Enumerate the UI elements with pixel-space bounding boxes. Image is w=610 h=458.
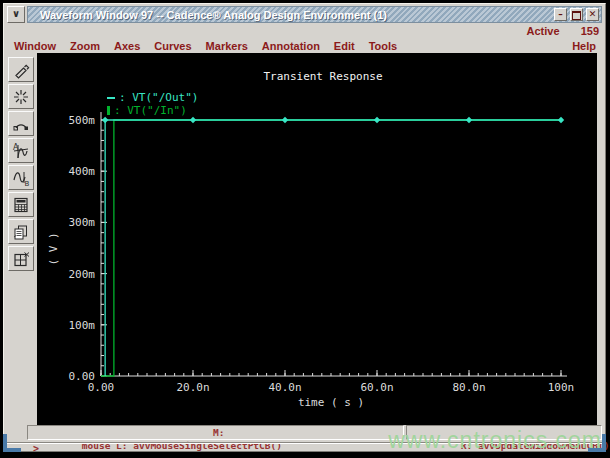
pen-tool-button[interactable] [8, 57, 34, 82]
pen-icon [12, 61, 30, 79]
redraw-tool-button[interactable] [8, 84, 34, 109]
active-label: Active [527, 25, 560, 37]
menu-edit[interactable]: Edit [327, 40, 362, 52]
maximize-icon [572, 11, 581, 20]
menu-markers[interactable]: Markers [199, 40, 255, 52]
legend-entry-out[interactable]: : VT("/Out") [107, 91, 198, 104]
y-tick-label: 500m [69, 114, 96, 127]
active-count: 159 [581, 25, 599, 37]
y-tick-label: 100m [69, 319, 96, 332]
trace-marker [282, 117, 288, 123]
out-trace-marker-swatch [107, 97, 115, 99]
x-tick-label: 80.0n [452, 381, 485, 394]
watermark-text: www.cntronics.com [388, 427, 602, 454]
menu-axes[interactable]: Axes [107, 40, 147, 52]
screenshot-root: ∨ Waveform Window 97 -- Cadence® Analog … [0, 0, 610, 458]
trace-legend: : VT("/Out") : VT("/In") [107, 91, 198, 117]
arc-handles-icon [12, 115, 30, 133]
menu-annotation[interactable]: Annotation [255, 40, 327, 52]
waveform-b-tool-button[interactable]: B [8, 165, 34, 190]
marker-arc-tool-button[interactable] [8, 111, 34, 136]
chart-title: Transient Response [263, 70, 382, 83]
waveform-a-icon: A [12, 142, 30, 160]
y-tick-label: 200m [69, 268, 96, 281]
legend-entry-in[interactable]: : VT("/In") [107, 104, 198, 117]
mouse-bindings-field: mouse L: avvMouseSingleSelectPtCB() M: [27, 425, 404, 440]
mouse-middle-binding: M: [213, 426, 224, 439]
split-window-tool-button[interactable] [8, 246, 34, 271]
x-tick-label: 60.0n [360, 381, 393, 394]
trace-marker [558, 117, 564, 123]
resize-grip-bottom-left[interactable] [3, 434, 21, 452]
window-controls: – ✕ [554, 8, 599, 21]
minimize-button[interactable]: – [554, 8, 567, 21]
y-tick-label: 400m [69, 165, 96, 178]
menu-window[interactable]: Window [7, 40, 63, 52]
y-tick-label: 0.00 [69, 370, 96, 383]
x-tick-label: 20.0n [176, 381, 209, 394]
x-tick-label: 40.0n [268, 381, 301, 394]
y-tick-label: 300m [69, 216, 96, 229]
y-axis-label: ( V ) [47, 232, 60, 265]
x-axis-label: time ( s ) [298, 396, 364, 409]
waveform-a-tool-button[interactable]: A [8, 138, 34, 163]
close-button[interactable]: ✕ [586, 8, 599, 21]
legend-label-out: : VT("/Out") [119, 91, 198, 104]
side-toolbar: A B [7, 55, 37, 425]
trace-1 [105, 120, 561, 376]
application-window: ∨ Waveform Window 97 -- Cadence® Analog … [3, 3, 606, 452]
menu-help[interactable]: Help [565, 40, 599, 52]
legend-label-in: : VT("/In") [114, 104, 187, 117]
x-tick-label: 100n [548, 381, 575, 394]
menu-zoom[interactable]: Zoom [63, 40, 107, 52]
title-bar-hatch: Waveform Window 97 -- Cadence® Analog De… [27, 6, 602, 23]
svg-text:B: B [25, 179, 30, 187]
menu-tools[interactable]: Tools [362, 40, 405, 52]
trace-0 [101, 120, 561, 376]
plot-area[interactable]: 0.0020.0n40.0n60.0n80.0n100n0.00100m200m… [37, 53, 597, 425]
window-title: Waveform Window 97 -- Cadence® Analog De… [40, 8, 387, 23]
waveform-b-icon: B [12, 169, 30, 187]
calculator-tool-button[interactable] [8, 192, 34, 217]
copy-tool-button[interactable] [8, 219, 34, 244]
trace-marker [466, 117, 472, 123]
active-status-bar: Active 159 [7, 24, 599, 38]
trace-marker [374, 117, 380, 123]
calculator-icon [12, 196, 30, 214]
in-trace-marker-swatch [107, 106, 110, 115]
menu-curves[interactable]: Curves [147, 40, 198, 52]
starburst-icon [12, 88, 30, 106]
copy-pages-icon [12, 223, 30, 241]
title-bar[interactable]: ∨ Waveform Window 97 -- Cadence® Analog … [7, 6, 602, 23]
maximize-button[interactable] [570, 8, 583, 21]
menu-bar: Window Zoom Axes Curves Markers Annotati… [7, 38, 599, 54]
window-menu-button[interactable]: ∨ [7, 6, 25, 23]
trace-marker [102, 117, 108, 123]
split-window-icon [12, 250, 30, 268]
trace-marker [190, 117, 196, 123]
